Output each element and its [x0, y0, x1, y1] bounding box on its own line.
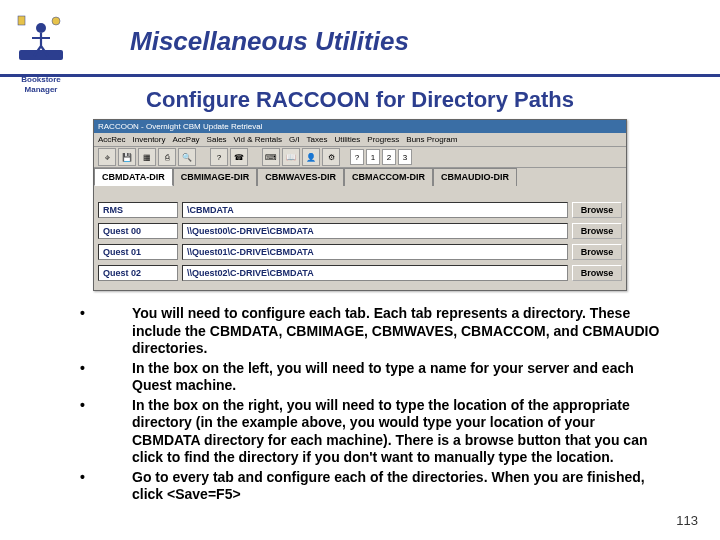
machine-name-input[interactable]: Quest 00	[98, 223, 178, 239]
tab-cbmdata[interactable]: CBMDATA-DIR	[94, 168, 173, 186]
tool-bar: ⎆ 💾 ▦ ⎙ 🔍 ? ☎ ⌨ 📖 👤 ⚙ ? 1 2 3	[94, 147, 626, 168]
app-screenshot: RACCOON - Overnight CBM Update Retrieval…	[93, 119, 627, 291]
toolbar-button[interactable]: 💾	[118, 148, 136, 166]
tab-cbmimage[interactable]: CBMIMAGE-DIR	[173, 168, 258, 186]
menu-item[interactable]: Progress	[367, 135, 399, 144]
toolbar-num[interactable]: 1	[366, 149, 380, 165]
menu-item[interactable]: Sales	[207, 135, 227, 144]
book-icon: 📖	[286, 153, 296, 162]
calc-icon: ⌨	[265, 153, 277, 162]
brand-name-1: Bookstore	[12, 76, 70, 84]
print-icon: ⎙	[165, 153, 170, 162]
brand-name-2: Manager	[12, 86, 70, 94]
bullet-marker: •	[80, 469, 132, 504]
menu-item[interactable]: G/I	[289, 135, 300, 144]
browse-button[interactable]: Browse	[572, 244, 622, 260]
bullet-marker: •	[80, 360, 132, 395]
machine-name-input[interactable]: Quest 01	[98, 244, 178, 260]
window-title: RACCOON - Overnight CBM Update Retrieval	[98, 122, 263, 131]
menu-item[interactable]: Inventory	[133, 135, 166, 144]
brand-logo: Bookstore Manager	[12, 8, 70, 70]
toolbar-button[interactable]: ▦	[138, 148, 156, 166]
path-input[interactable]: \\Quest02\C-DRIVE\CBMDATA	[182, 265, 568, 281]
bullet-text: Go to every tab and configure each of th…	[132, 469, 660, 504]
toolbar-button[interactable]: ⎙	[158, 148, 176, 166]
menu-item[interactable]: AccRec	[98, 135, 126, 144]
slide-subtitle: Configure RACCOON for Directory Paths	[0, 87, 720, 113]
page-number: 113	[676, 513, 698, 528]
toolbar-num[interactable]: 3	[398, 149, 412, 165]
help-icon: ?	[217, 153, 221, 162]
path-row: Quest 01 \\Quest01\C-DRIVE\CBMDATA Brows…	[98, 244, 622, 260]
path-input[interactable]: \\Quest00\C-DRIVE\CBMDATA	[182, 223, 568, 239]
slide-title: Miscellaneous Utilities	[130, 26, 409, 57]
tab-cbmaudio[interactable]: CBMAUDIO-DIR	[433, 168, 517, 186]
path-row: Quest 02 \\Quest02\C-DRIVE\CBMDATA Brows…	[98, 265, 622, 281]
phone-icon: ☎	[234, 153, 244, 162]
browse-button[interactable]: Browse	[572, 223, 622, 239]
path-input[interactable]: \CBMDATA	[182, 202, 568, 218]
toolbar-button[interactable]: ⚙	[322, 148, 340, 166]
toolbar-button[interactable]: 📖	[282, 148, 300, 166]
svg-point-2	[36, 23, 46, 33]
bullet-list: •You will need to configure each tab. Ea…	[80, 305, 660, 504]
menu-item[interactable]: AccPay	[172, 135, 199, 144]
door-icon: ⎆	[105, 153, 110, 162]
tab-strip: CBMDATA-DIR CBMIMAGE-DIR CBMWAVES-DIR CB…	[94, 168, 626, 186]
menu-item[interactable]: Utilities	[335, 135, 361, 144]
bullet-text: In the box on the left, you will need to…	[132, 360, 660, 395]
bullet-text: You will need to configure each tab. Eac…	[132, 305, 660, 358]
toolbar-button[interactable]: ☎	[230, 148, 248, 166]
path-row: RMS \CBMDATA Browse	[98, 202, 622, 218]
machine-name-input[interactable]: RMS	[98, 202, 178, 218]
toolbar-button[interactable]: 🔍	[178, 148, 196, 166]
grid-icon: ▦	[143, 153, 151, 162]
menu-item[interactable]: Buns Program	[406, 135, 457, 144]
bullet-text: In the box on the right, you will need t…	[132, 397, 660, 467]
bullet-marker: •	[80, 397, 132, 467]
path-row: Quest 00 \\Quest00\C-DRIVE\CBMDATA Brows…	[98, 223, 622, 239]
toolbar-button[interactable]: 👤	[302, 148, 320, 166]
svg-rect-3	[18, 16, 25, 25]
svg-point-4	[52, 17, 60, 25]
tool-icon: ⚙	[328, 153, 335, 162]
menu-bar: AccRec Inventory AccPay Sales Vid & Rent…	[94, 133, 626, 147]
bullet-marker: •	[80, 305, 132, 358]
save-icon: 💾	[122, 153, 132, 162]
window-titlebar: RACCOON - Overnight CBM Update Retrieval	[94, 120, 626, 133]
tab-cbmaccom[interactable]: CBMACCOM-DIR	[344, 168, 433, 186]
browse-button[interactable]: Browse	[572, 265, 622, 281]
menu-item[interactable]: Vid & Rentals	[234, 135, 282, 144]
toolbar-num[interactable]: ?	[350, 149, 364, 165]
toolbar-button[interactable]: ⎆	[98, 148, 116, 166]
toolbar-button[interactable]: ⌨	[262, 148, 280, 166]
browse-button[interactable]: Browse	[572, 202, 622, 218]
toolbar-num[interactable]: 2	[382, 149, 396, 165]
path-input[interactable]: \\Quest01\C-DRIVE\CBMDATA	[182, 244, 568, 260]
toolbar-button[interactable]: ?	[210, 148, 228, 166]
machine-name-input[interactable]: Quest 02	[98, 265, 178, 281]
tab-cbmwaves[interactable]: CBMWAVES-DIR	[257, 168, 344, 186]
person-icon: 👤	[306, 153, 316, 162]
find-icon: 🔍	[182, 153, 192, 162]
menu-item[interactable]: Taxes	[307, 135, 328, 144]
svg-rect-1	[19, 50, 63, 60]
